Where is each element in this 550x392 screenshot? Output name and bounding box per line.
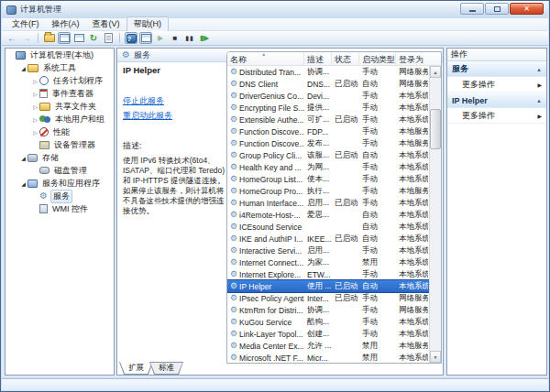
gear-icon: ⚙ bbox=[230, 68, 237, 76]
service-row[interactable]: ⚙Health Key and ...为网...手动本地系统 bbox=[227, 161, 429, 173]
column-header-4[interactable]: 登录为 bbox=[396, 52, 428, 65]
column-header-3[interactable]: 启动类型 bbox=[359, 52, 396, 65]
maximize-button[interactable] bbox=[485, 3, 509, 15]
menu-action[interactable]: 操作(A) bbox=[46, 17, 86, 31]
tree-item-system-tools[interactable]: ◢系统工具 bbox=[6, 61, 114, 74]
scrollbar-thumb[interactable] bbox=[430, 109, 441, 149]
service-row[interactable]: ⚙ICEsound Service自动本地系统 bbox=[227, 221, 429, 233]
actions-section-services[interactable]: 服务 ▲ bbox=[447, 62, 546, 77]
service-row[interactable]: ⚙DNS ClientDNS...已启动自动网络服务 bbox=[227, 78, 429, 90]
expander-icon[interactable]: ▷ bbox=[31, 116, 39, 123]
service-name-cell: ⚙Health Key and ... bbox=[227, 163, 304, 172]
service-row[interactable]: ⚙Function Discove...FDP...手动本地服务 bbox=[227, 125, 429, 137]
service-row[interactable]: ⚙Distributed Tran...协调...手动网络服务 bbox=[227, 66, 429, 78]
service-cell: 该服... bbox=[304, 150, 332, 161]
expander-icon[interactable]: ▷ bbox=[31, 103, 39, 110]
column-header-1[interactable]: 描述 bbox=[304, 52, 332, 65]
expander-icon[interactable]: ◢ bbox=[19, 155, 28, 161]
menu-help[interactable]: 帮助(H) bbox=[126, 16, 170, 32]
service-name-text: HomeGroup List... bbox=[239, 175, 302, 184]
toolbar: ←→↻?▶■▮▮▮▶ bbox=[2, 31, 548, 46]
service-row[interactable]: ⚙KuGou Service酷狗...手动本地系统 bbox=[227, 316, 429, 328]
service-row[interactable]: ⚙HomeGroup Pro...执行...手动本地服务 bbox=[227, 185, 429, 197]
service-row[interactable]: ⚙Link-Layer Topol...创建...手动本地系统 bbox=[227, 328, 429, 340]
minimize-button[interactable] bbox=[460, 3, 484, 15]
service-row[interactable]: ⚙Microsoft .NET F...Micr...禁用本地系统 bbox=[227, 352, 429, 364]
scrollbar-up-button[interactable]: ▲ bbox=[430, 66, 441, 78]
pause-service-button[interactable]: ▮▮ bbox=[183, 32, 196, 44]
tree-item-device-manager[interactable]: 设备管理器 bbox=[6, 138, 114, 151]
tree-item-storage[interactable]: ◢存储 bbox=[6, 151, 114, 164]
service-row[interactable]: ⚙IP Helper使用 ...已启动自动本地系统 bbox=[227, 280, 429, 292]
tree-item-performance[interactable]: ▷性能 bbox=[6, 125, 114, 138]
expander-icon[interactable]: ◢ bbox=[19, 180, 28, 187]
collapse-icon[interactable]: ▲ bbox=[536, 67, 542, 72]
export-list-button[interactable] bbox=[102, 32, 115, 44]
expander-icon[interactable]: ▷ bbox=[31, 129, 39, 136]
forward-button[interactable]: → bbox=[20, 32, 33, 44]
tree-item-wmi-control[interactable]: WMI 控件 bbox=[6, 202, 114, 215]
properties-window-icon[interactable] bbox=[72, 32, 85, 44]
action-pane-toggle[interactable] bbox=[139, 32, 152, 44]
service-row[interactable]: ⚙Encrypting File S...提供...手动本地系统 bbox=[227, 102, 429, 114]
column-header-2[interactable]: 状态 bbox=[332, 52, 359, 65]
service-row[interactable]: ⚙Internet Explore...ETW...手动本地系统 bbox=[227, 268, 429, 280]
expander-icon[interactable]: ▷ bbox=[31, 91, 39, 97]
collapse-icon[interactable]: ▲ bbox=[536, 98, 542, 103]
service-cell: Micr... bbox=[304, 354, 332, 363]
service-name-cell: ⚙IKE and AuthIP I... bbox=[227, 234, 304, 244]
folder-up-icon[interactable] bbox=[43, 32, 56, 44]
service-row[interactable]: ⚙Media Center Ex...允许 ...禁用本地服务 bbox=[227, 340, 429, 352]
tab-extended[interactable]: 扩展 bbox=[119, 362, 153, 375]
service-row[interactable]: ⚙IPsec Policy AgentInter...已启动手动网络服务 bbox=[227, 292, 429, 304]
service-row[interactable]: ⚙Function Discove...发布...手动本地服务 bbox=[227, 137, 429, 149]
expander-icon[interactable]: ◢ bbox=[19, 65, 28, 71]
tree-item-local-users-and-groups[interactable]: ▷本地用户和组 bbox=[6, 113, 114, 125]
stop-service-link[interactable]: 停止此服务 bbox=[123, 95, 226, 107]
expander-icon[interactable]: ▷ bbox=[31, 78, 39, 84]
tree-item-disk-management[interactable]: 磁盘管理 bbox=[6, 164, 114, 177]
table-header-row: 名称▲描述状态启动类型登录为 bbox=[227, 52, 441, 66]
service-row[interactable]: ⚙KtmRm for Distri...协调...手动网络服务 bbox=[227, 304, 429, 316]
column-header-0[interactable]: 名称▲ bbox=[227, 52, 304, 65]
service-row[interactable]: ⚙Extensible Authe...可扩...已启动手动本地系统 bbox=[227, 114, 429, 125]
console-tree-toggle[interactable] bbox=[58, 32, 71, 44]
service-cell: 执行... bbox=[304, 186, 332, 197]
actions-section-ip-helper[interactable]: IP Helper ▲ bbox=[447, 93, 546, 108]
service-row[interactable]: ⚙HomeGroup List...使本...手动本地系统 bbox=[227, 173, 429, 185]
help-button[interactable]: ? bbox=[125, 32, 138, 44]
refresh-button[interactable]: ↻ bbox=[87, 32, 100, 44]
tab-standard[interactable]: 标准 bbox=[149, 362, 183, 375]
scrollbar-down-button[interactable]: ▼ bbox=[430, 351, 441, 363]
restart-service-link[interactable]: 重启动此服务 bbox=[123, 110, 226, 122]
more-actions-services[interactable]: 更多操作 ▶ bbox=[447, 77, 546, 93]
more-actions-ip-helper[interactable]: 更多操作 ▶ bbox=[447, 108, 546, 124]
service-row[interactable]: ⚙IKE and AuthIP I...IKEE...已启动自动本地系统 bbox=[227, 233, 429, 245]
tree-item-services[interactable]: ⚙服务 bbox=[6, 190, 114, 202]
service-name-cell: ⚙HomeGroup List... bbox=[227, 175, 304, 184]
service-row[interactable]: ⚙Internet Connect...为家...禁用本地系统 bbox=[227, 256, 429, 268]
tree-item-shared-folders[interactable]: ▷共享文件夹 bbox=[6, 100, 114, 113]
tree-item-services-and-applications[interactable]: ◢服务和应用程序 bbox=[6, 177, 114, 190]
service-row[interactable]: ⚙Human Interface...启用...已启动手动本地系统 bbox=[227, 197, 429, 209]
gear-icon: ⚙ bbox=[230, 246, 237, 255]
tree-item-computer-management-local[interactable]: 计算机管理(本地) bbox=[6, 49, 114, 61]
close-button[interactable]: ✕ bbox=[510, 3, 544, 15]
service-cell: 本地系统 bbox=[396, 91, 428, 102]
restart-service-button[interactable]: ▮▶ bbox=[198, 32, 211, 44]
title-bar[interactable]: 计算机管理 ✕ bbox=[2, 1, 548, 18]
tree-item-event-viewer[interactable]: ▷事件查看器 bbox=[6, 87, 114, 100]
service-row[interactable]: ⚙DriverGenius Co...Devi...手动本地系统 bbox=[227, 90, 429, 102]
start-service-button[interactable]: ▶ bbox=[154, 32, 167, 44]
back-button[interactable]: ← bbox=[6, 32, 18, 44]
service-row[interactable]: ⚙Group Policy Cli...该服...已启动自动本地系统 bbox=[227, 149, 429, 161]
tree-item-task-scheduler[interactable]: ▷任务计划程序 bbox=[6, 74, 114, 87]
service-cell: 手动 bbox=[359, 317, 396, 328]
stop-service-button[interactable]: ■ bbox=[169, 32, 182, 44]
menu-file[interactable]: 文件(F) bbox=[6, 17, 46, 31]
service-row[interactable]: ⚙Interactive Servi...启用...手动本地系统 bbox=[227, 245, 429, 256]
service-row[interactable]: ⚙i4Remote-Host-...爱思...自动本地系统 bbox=[227, 209, 429, 221]
gear-icon: ⚙ bbox=[39, 191, 48, 201]
scrollbar-track[interactable]: ▲ ▼ bbox=[429, 66, 441, 363]
menu-view[interactable]: 查看(V) bbox=[86, 17, 126, 31]
